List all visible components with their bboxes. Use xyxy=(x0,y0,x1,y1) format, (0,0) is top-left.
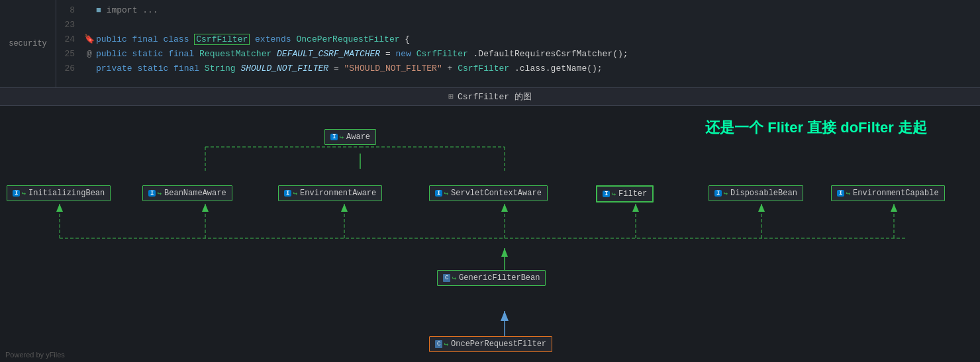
extends-icon-6: ↪ xyxy=(611,190,616,199)
node-genericfilterbean-label: GenericFilterBean xyxy=(459,273,540,283)
node-oncepurrequestfilter[interactable]: C ↪ OncePerRequestFilter xyxy=(429,336,552,352)
extends-icon-10: ↪ xyxy=(444,340,448,349)
node-aware[interactable]: I ↪ Aware xyxy=(324,129,376,145)
diagram-canvas[interactable]: 还是一个 Fliter 直接 doFilter 走起 xyxy=(0,106,980,362)
powered-by: Powered by yFiles xyxy=(5,351,65,359)
line-number-26: 26 xyxy=(62,64,83,73)
line-content-8: ■ import ... xyxy=(96,5,158,15)
extends-icon: ↪ xyxy=(339,133,344,142)
line-content-24: public final class CsrfFilter extends On… xyxy=(96,34,410,44)
interface-icon-8: I xyxy=(837,190,844,197)
node-servletcontextaware-icons: I ↪ xyxy=(435,189,448,198)
annotation-text: 还是一个 Fliter 直接 doFilter 走起 xyxy=(705,118,927,138)
diagram-section: ⊞ CsrfFilter 的图 还是一个 Fliter 直接 doFilter … xyxy=(0,88,980,362)
svg-marker-21 xyxy=(501,248,508,257)
line-content-26: private static final String SHOULD_NOT_F… xyxy=(96,64,603,73)
interface-icon-6: I xyxy=(603,191,610,197)
interface-icon-2: I xyxy=(13,190,20,197)
node-environmentcapable-label: EnvironmentCapable xyxy=(853,189,939,198)
node-environmentaware[interactable]: I ↪ EnvironmentAware xyxy=(278,185,382,201)
line-number-25: 25 xyxy=(62,49,83,59)
node-oncepurrequestfilter-icons: C ↪ xyxy=(435,340,448,349)
svg-marker-11 xyxy=(341,204,348,212)
node-initializingbean[interactable]: I ↪ InitializingBean xyxy=(7,185,111,201)
interface-icon-4: I xyxy=(284,190,291,197)
node-filter[interactable]: I ↪ Filter xyxy=(596,185,654,203)
diagram-arrows xyxy=(0,106,980,362)
extends-icon-9: ↪ xyxy=(452,274,456,283)
line-icon-24: 🔖 xyxy=(83,34,96,44)
line-number-8: 8 xyxy=(62,5,83,15)
code-area: 8 ■ import ... 23 24 🔖 public final clas… xyxy=(56,0,980,87)
code-line-25: 25 @ public static final RequestMatcher … xyxy=(56,46,980,61)
line-icon-25: @ xyxy=(83,49,96,59)
svg-marker-9 xyxy=(202,204,209,212)
code-line-23: 23 xyxy=(56,17,980,32)
node-beannameaware-icons: I ↪ xyxy=(148,189,162,198)
sidebar-label: security xyxy=(0,0,56,87)
node-aware-icons: I ↪ xyxy=(330,133,344,142)
node-environmentcapable-icons: I ↪ xyxy=(837,189,850,198)
svg-marker-7 xyxy=(56,204,63,212)
extends-icon-7: ↪ xyxy=(723,189,728,198)
interface-icon-3: I xyxy=(148,190,156,197)
node-beannameaware[interactable]: I ↪ BeanNameAware xyxy=(142,185,232,201)
class-icon-2: C xyxy=(435,340,442,348)
node-environmentcapable[interactable]: I ↪ EnvironmentCapable xyxy=(831,185,945,201)
code-section: security 8 ■ import ... 23 24 🔖 public f… xyxy=(0,0,980,88)
extends-icon-8: ↪ xyxy=(846,189,850,198)
node-environmentaware-icons: I ↪ xyxy=(284,189,297,198)
code-line-24: 24 🔖 public final class CsrfFilter exten… xyxy=(56,32,980,46)
extends-icon-5: ↪ xyxy=(444,189,448,198)
extends-icon-3: ↪ xyxy=(157,189,162,198)
node-disposablebean-label: DisposableBean xyxy=(730,189,797,198)
svg-marker-17 xyxy=(758,204,765,212)
svg-marker-13 xyxy=(501,204,508,212)
interface-icon-7: I xyxy=(714,190,722,197)
node-filter-label: Filter xyxy=(618,189,647,199)
sidebar-text: security xyxy=(9,39,47,48)
node-environmentaware-label: EnvironmentAware xyxy=(300,189,376,198)
class-icon-1: C xyxy=(443,274,450,282)
node-initializingbean-icons: I ↪ xyxy=(13,189,26,198)
line-content-25: public static final RequestMatcher DEFAU… xyxy=(96,49,628,59)
node-genericfilterbean[interactable]: C ↪ GenericFilterBean xyxy=(437,270,546,286)
node-oncepurrequestfilter-label: OncePerRequestFilter xyxy=(451,339,546,349)
line-number-24: 24 xyxy=(62,34,83,44)
node-aware-label: Aware xyxy=(346,132,370,142)
extends-icon-4: ↪ xyxy=(293,189,297,198)
node-servletcontextaware[interactable]: I ↪ ServletContextAware xyxy=(429,185,548,201)
line-number-23: 23 xyxy=(62,20,83,30)
node-filter-icons: I ↪ xyxy=(603,190,616,199)
svg-marker-15 xyxy=(632,204,639,212)
node-beannameaware-label: BeanNameAware xyxy=(164,189,226,198)
svg-marker-23 xyxy=(501,311,509,321)
hierarchy-icon: ⊞ xyxy=(448,91,454,102)
extends-icon-2: ↪ xyxy=(21,189,26,198)
diagram-title: ⊞ CsrfFilter 的图 xyxy=(0,88,980,106)
node-genericfilterbean-icons: C ↪ xyxy=(443,274,456,283)
interface-icon: I xyxy=(330,134,338,140)
code-line-8: 8 ■ import ... xyxy=(56,3,980,17)
node-disposablebean-icons: I ↪ xyxy=(714,189,728,198)
svg-marker-19 xyxy=(891,204,897,212)
node-servletcontextaware-label: ServletContextAware xyxy=(451,189,542,198)
code-line-26: 26 private static final String SHOULD_NO… xyxy=(56,61,980,75)
node-initializingbean-label: InitializingBean xyxy=(28,189,105,198)
interface-icon-5: I xyxy=(435,190,442,197)
node-disposablebean[interactable]: I ↪ DisposableBean xyxy=(709,185,803,201)
diagram-title-text: CsrfFilter 的图 xyxy=(458,91,532,103)
